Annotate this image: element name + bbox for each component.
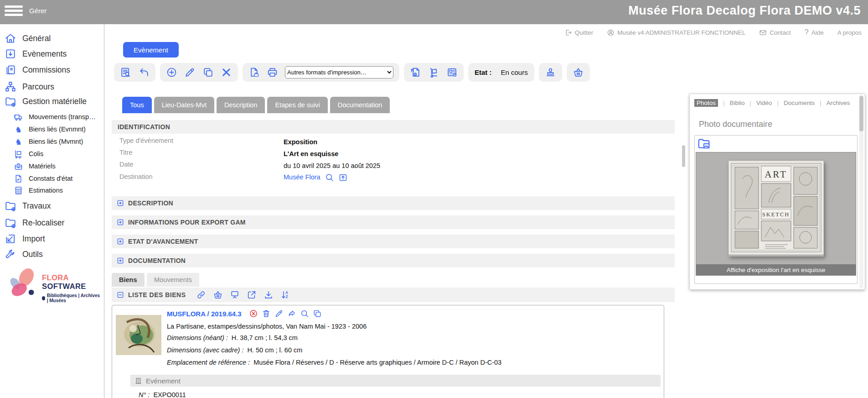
tab-tous[interactable]: Tous xyxy=(122,97,152,113)
user-icon xyxy=(607,29,615,37)
media-tab-video[interactable]: Vidéo xyxy=(756,100,772,106)
file-attach-icon[interactable] xyxy=(410,67,421,78)
sidebar-item-biens-lies-mvmnt[interactable]: Biens liés (Mvmnt) xyxy=(14,136,83,147)
undo-icon[interactable] xyxy=(138,67,150,78)
sitemap-icon xyxy=(5,81,16,93)
entity-evenement-button[interactable]: Evènement xyxy=(123,42,179,58)
media-scrollbar-track[interactable] xyxy=(859,95,863,288)
edit-icon[interactable] xyxy=(274,309,284,318)
sort-az-icon[interactable] xyxy=(280,290,290,300)
sidebar-item-parcours[interactable]: Parcours xyxy=(5,80,54,94)
sidebar-item-evenements[interactable]: Evènements xyxy=(5,47,67,61)
current-user[interactable]: Musée v4 ADMINISTRATEUR FONCTIONNEL xyxy=(607,29,745,37)
media-tab-photos[interactable]: Photos xyxy=(694,99,718,107)
basket-icon[interactable] xyxy=(573,67,584,78)
add-icon[interactable] xyxy=(166,67,177,78)
remove-icon[interactable] xyxy=(249,309,258,318)
tab-lieu-dates-mvt[interactable]: Lieu-Dates-Mvt xyxy=(154,97,214,113)
hamburger-menu-icon[interactable] xyxy=(5,5,23,19)
media-tab-documents[interactable]: Documents xyxy=(784,100,815,106)
poster-word-art: ART xyxy=(765,169,787,180)
truck-icon xyxy=(14,112,23,122)
question-icon: ? xyxy=(805,28,809,37)
section-description[interactable]: DESCRIPTION xyxy=(112,196,675,210)
about-link[interactable]: A propos xyxy=(837,29,862,36)
mail-icon xyxy=(759,29,767,37)
sidebar-item-estimations[interactable]: Estimations xyxy=(14,184,63,196)
list-search-icon[interactable] xyxy=(120,67,131,78)
media-tab-archives[interactable]: Archives xyxy=(827,100,850,106)
document-icon xyxy=(14,174,23,183)
edit-icon[interactable] xyxy=(184,67,196,78)
section-export-gam[interactable]: INFORMATIONS POUR EXPORT GAM xyxy=(112,215,675,229)
section-etat-avancement[interactable]: ETAT D'AVANCEMENT xyxy=(112,235,675,248)
toolbar-group-basket xyxy=(567,63,590,82)
documentary-photo[interactable]: ART SKETCH xyxy=(696,152,856,264)
record-dimensions-1: Dimensions (néant) : H. 38,7 cm ; l. 54,… xyxy=(167,334,298,341)
report-icon[interactable] xyxy=(446,67,458,78)
trolley-move-icon[interactable] xyxy=(428,67,439,78)
media-tab-biblio[interactable]: Biblio xyxy=(730,100,745,106)
poster-word-sketch: SKETCH xyxy=(762,211,790,218)
section-documentation[interactable]: DOCUMENTATION xyxy=(112,254,675,267)
delete-icon[interactable] xyxy=(221,67,232,78)
sidebar-item-materiels[interactable]: Matériels xyxy=(14,160,56,172)
field-value: L'Art en esquisse xyxy=(284,149,338,159)
quit-link[interactable]: Quitter xyxy=(564,29,594,37)
field-label: Titre xyxy=(119,149,132,159)
sidebar-item-gestion-materielle[interactable]: Gestion matérielle xyxy=(5,94,87,108)
duplicate-icon[interactable] xyxy=(313,309,322,318)
sidebar-item-mouvements[interactable]: Mouvements (transp… xyxy=(14,111,96,123)
download-icon[interactable] xyxy=(264,290,274,300)
trash-icon[interactable] xyxy=(262,309,271,318)
tab-etapes-de-suivi[interactable]: Etapes de suivi xyxy=(267,97,327,113)
list-tab-mouvements[interactable]: Mouvements xyxy=(147,273,199,287)
media-panel: Photos| Biblio| Vidéo| Documents| Archiv… xyxy=(689,94,865,290)
sidebar-item-colis[interactable]: Colis xyxy=(14,148,43,160)
tab-description[interactable]: Description xyxy=(217,97,265,113)
box-down-icon xyxy=(5,48,16,60)
menu-label[interactable]: Gérer xyxy=(29,7,46,15)
artwork-thumbnail[interactable] xyxy=(115,308,162,362)
sidebar-item-constats[interactable]: Constats d'état xyxy=(14,173,72,184)
folder-globe-icon xyxy=(5,200,16,212)
sidebar-item-outils[interactable]: Outils xyxy=(5,247,43,261)
basket-icon[interactable] xyxy=(213,290,223,300)
toolbar-group-nav xyxy=(114,63,155,82)
search-icon[interactable] xyxy=(325,173,334,182)
collapse-icon[interactable] xyxy=(117,291,124,298)
expand-icon xyxy=(117,219,124,226)
sidebar-item-biens-lies-evnmnt[interactable]: Biens liés (Evnmnt) xyxy=(14,123,86,135)
record-event-header: Evénement xyxy=(130,375,661,387)
toolbox-icon xyxy=(14,162,23,171)
list-tab-biens[interactable]: Biens xyxy=(112,273,145,287)
record-reference-link[interactable]: MUSFLORA / 2019.64.3 xyxy=(167,310,242,318)
sidebar-item-general[interactable]: Général xyxy=(5,31,51,45)
share-icon[interactable] xyxy=(287,309,296,318)
link-icon[interactable] xyxy=(196,290,206,300)
sidebar-item-import[interactable]: Import xyxy=(5,232,45,246)
tab-documentation[interactable]: Documentation xyxy=(330,97,390,113)
open-record-icon[interactable] xyxy=(338,173,348,182)
flora-software-logo: FLORA SOFTWARE Bibliothèques | Archives … xyxy=(5,266,101,303)
stamp-icon[interactable] xyxy=(545,67,556,78)
sidebar-item-commissions[interactable]: Commissions xyxy=(5,63,70,77)
help-link[interactable]: ?Aide xyxy=(805,28,824,37)
sidebar-item-relocaliser[interactable]: Re-localiser xyxy=(5,216,64,230)
copy-icon[interactable] xyxy=(202,67,214,78)
panel-resize-handle[interactable] xyxy=(682,145,685,167)
print-format-select[interactable]: Autres formats d'impression… xyxy=(285,66,393,79)
printer-icon[interactable] xyxy=(267,67,278,78)
destination-link[interactable]: Musée Flora xyxy=(284,173,320,181)
external-link-icon[interactable] xyxy=(247,290,257,300)
identification-header: IDENTIFICATION xyxy=(112,120,675,134)
media-tabs: Photos| Biblio| Vidéo| Documents| Archiv… xyxy=(694,99,850,107)
screen-user-icon[interactable] xyxy=(230,290,240,300)
print-file-icon[interactable] xyxy=(248,67,260,78)
list-actions xyxy=(196,290,290,300)
sidebar-item-travaux[interactable]: Travaux xyxy=(5,199,51,213)
search-icon[interactable] xyxy=(300,309,309,318)
folder-image-icon[interactable] xyxy=(697,137,711,151)
media-scrollbar-thumb[interactable] xyxy=(859,96,863,131)
contact-link[interactable]: Contact xyxy=(759,29,791,37)
